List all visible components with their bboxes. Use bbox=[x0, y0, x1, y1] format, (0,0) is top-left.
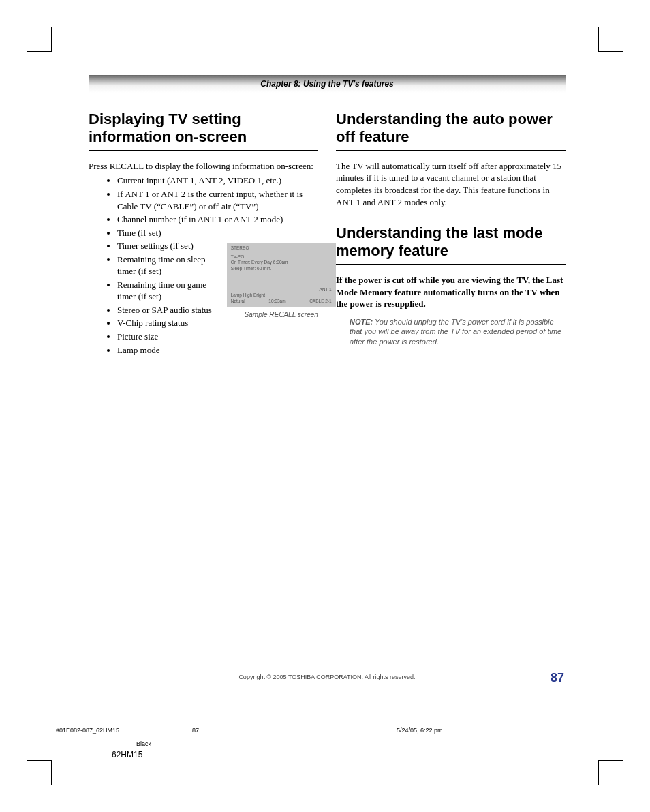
section-title-last-mode-memory: Understanding the last mode memory featu… bbox=[336, 224, 566, 265]
note-block: NOTE: You should unplug the TV's power c… bbox=[350, 317, 566, 348]
list-item: Stereo or SAP audio status bbox=[117, 304, 217, 316]
two-column-layout: Displaying TV setting information on-scr… bbox=[89, 110, 566, 357]
bullet-list-bottom: Timer settings (if set) Remaining time o… bbox=[89, 240, 217, 356]
auto-power-off-body: The TV will automatically turn itself of… bbox=[336, 160, 566, 208]
section-title-display-info: Displaying TV setting information on-scr… bbox=[89, 110, 318, 151]
job-file: #01E082-087_62HM15 bbox=[56, 727, 192, 734]
job-page: 87 bbox=[192, 727, 397, 734]
figure-caption: Sample RECALL screen bbox=[227, 311, 336, 318]
crop-mark-tl bbox=[27, 27, 52, 52]
job-date: 5/24/05, 6:22 pm bbox=[397, 727, 594, 734]
color-plate-label: Black bbox=[136, 740, 151, 747]
list-item: Remaining time on game timer (if set) bbox=[117, 279, 217, 303]
list-item: Timer settings (if set) bbox=[117, 240, 217, 252]
note-label: NOTE: bbox=[350, 318, 373, 326]
recall-ant: ANT 1 bbox=[319, 287, 331, 292]
list-item: Time (if set) bbox=[117, 227, 318, 239]
list-item: If ANT 1 or ANT 2 is the current input, … bbox=[117, 188, 318, 212]
left-column: Displaying TV setting information on-scr… bbox=[89, 110, 318, 357]
page-content: Chapter 8: Using the TV's features Displ… bbox=[89, 75, 566, 357]
list-item: V-Chip rating status bbox=[117, 317, 217, 329]
list-item: Current input (ANT 1, ANT 2, VIDEO 1, et… bbox=[117, 175, 318, 187]
recall-screen-graphic: STEREO TV-PG On Timer: Every Day 6:00am … bbox=[227, 243, 336, 307]
note-body: You should unplug the TV's power cord if… bbox=[350, 318, 561, 346]
recall-sleep-timer: Sleep Timer: 60 min. bbox=[231, 266, 332, 271]
crop-mark-bl bbox=[27, 760, 52, 785]
right-column: Understanding the auto power off feature… bbox=[336, 110, 566, 357]
list-item: Lamp mode bbox=[117, 344, 217, 357]
page-number-bar bbox=[568, 670, 568, 686]
print-job-line: #01E082-087_62HM15 87 5/24/05, 6:22 pm bbox=[56, 727, 594, 734]
model-label: 62HM15 bbox=[112, 750, 142, 760]
chapter-header: Chapter 8: Using the TV's features bbox=[89, 75, 566, 93]
last-mode-bold-text: If the power is cut off while you are vi… bbox=[336, 274, 566, 310]
recall-rating: TV-PG bbox=[231, 254, 332, 260]
recall-lamp: Lamp High Bright bbox=[231, 292, 265, 298]
page-number: 87 bbox=[551, 671, 564, 685]
recall-stereo: STEREO bbox=[231, 245, 332, 251]
recall-cable: CABLE 2-1 bbox=[309, 299, 332, 304]
section-title-auto-power-off: Understanding the auto power off feature bbox=[336, 110, 566, 151]
figure-recall-screen: STEREO TV-PG On Timer: Every Day 6:00am … bbox=[227, 243, 336, 318]
crop-mark-tr bbox=[598, 27, 623, 52]
recall-time: 10:03am bbox=[268, 299, 285, 304]
list-item: Picture size bbox=[117, 331, 217, 343]
intro-text: Press RECALL to display the following in… bbox=[89, 160, 318, 172]
bullet-list-top: Current input (ANT 1, ANT 2, VIDEO 1, et… bbox=[89, 175, 318, 239]
list-item: Channel number (if in ANT 1 or ANT 2 mod… bbox=[117, 213, 318, 226]
list-item: Remaining time on sleep timer (if set) bbox=[117, 254, 217, 277]
recall-on-timer: On Timer: Every Day 6:00am bbox=[231, 260, 332, 265]
recall-pic: Natural bbox=[231, 299, 245, 304]
crop-mark-br bbox=[598, 760, 623, 785]
footer-copyright: Copyright © 2005 TOSHIBA CORPORATION. Al… bbox=[89, 674, 566, 680]
